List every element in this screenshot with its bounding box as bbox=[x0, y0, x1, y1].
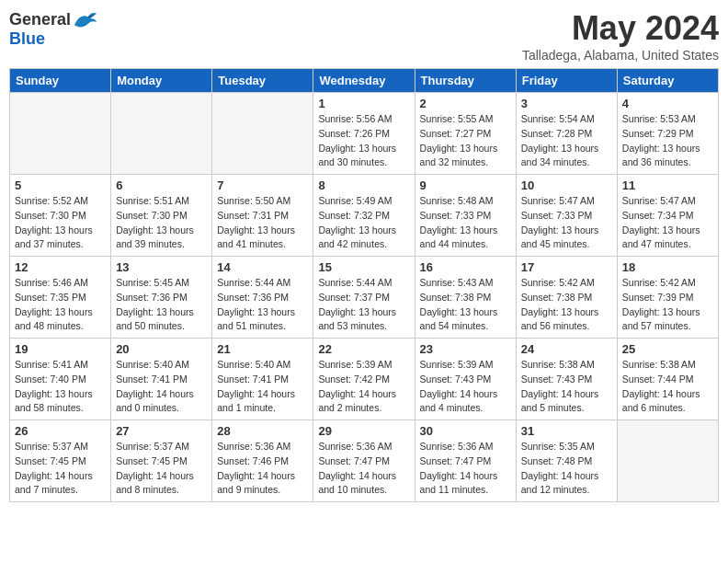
day-info: Sunrise: 5:49 AMSunset: 7:32 PMDaylight:… bbox=[318, 194, 409, 252]
day-number: 4 bbox=[622, 97, 713, 110]
calendar-cell: 4Sunrise: 5:53 AMSunset: 7:29 PMDaylight… bbox=[617, 93, 718, 175]
day-number: 29 bbox=[318, 424, 409, 438]
weekday-header-saturday: Saturday bbox=[617, 69, 718, 93]
day-number: 2 bbox=[420, 97, 511, 110]
day-info: Sunrise: 5:37 AMSunset: 7:45 PMDaylight:… bbox=[15, 440, 106, 498]
calendar-cell bbox=[10, 93, 111, 175]
day-number: 11 bbox=[622, 178, 713, 192]
day-number: 25 bbox=[622, 342, 713, 356]
calendar-cell: 2Sunrise: 5:55 AMSunset: 7:27 PMDaylight… bbox=[415, 93, 516, 175]
calendar-cell: 29Sunrise: 5:36 AMSunset: 7:47 PMDayligh… bbox=[313, 420, 415, 502]
day-info: Sunrise: 5:37 AMSunset: 7:45 PMDaylight:… bbox=[116, 440, 207, 498]
day-number: 14 bbox=[217, 260, 308, 274]
calendar-cell: 6Sunrise: 5:51 AMSunset: 7:30 PMDaylight… bbox=[111, 175, 212, 257]
day-info: Sunrise: 5:47 AMSunset: 7:33 PMDaylight:… bbox=[521, 194, 612, 252]
weekday-header-sunday: Sunday bbox=[10, 69, 111, 93]
day-number: 20 bbox=[116, 342, 207, 356]
day-number: 3 bbox=[521, 97, 612, 110]
calendar-cell: 13Sunrise: 5:45 AMSunset: 7:36 PMDayligh… bbox=[111, 257, 212, 339]
calendar-cell: 10Sunrise: 5:47 AMSunset: 7:33 PMDayligh… bbox=[516, 175, 617, 257]
weekday-header-friday: Friday bbox=[516, 69, 617, 93]
calendar-cell: 23Sunrise: 5:39 AMSunset: 7:43 PMDayligh… bbox=[415, 339, 516, 420]
day-number: 19 bbox=[15, 342, 106, 356]
calendar-cell: 15Sunrise: 5:44 AMSunset: 7:37 PMDayligh… bbox=[313, 257, 415, 339]
calendar-cell: 27Sunrise: 5:37 AMSunset: 7:45 PMDayligh… bbox=[111, 420, 212, 502]
logo-bird-icon bbox=[73, 9, 98, 29]
weekday-header-row: SundayMondayTuesdayWednesdayThursdayFrid… bbox=[10, 69, 719, 93]
calendar-subtitle: Talladega, Alabama, United States bbox=[522, 48, 719, 63]
day-number: 26 bbox=[15, 424, 106, 438]
weekday-header-thursday: Thursday bbox=[415, 69, 516, 93]
calendar-cell: 25Sunrise: 5:38 AMSunset: 7:44 PMDayligh… bbox=[617, 339, 718, 420]
day-number: 5 bbox=[15, 178, 106, 192]
calendar-cell: 30Sunrise: 5:36 AMSunset: 7:47 PMDayligh… bbox=[415, 420, 516, 502]
calendar-table: SundayMondayTuesdayWednesdayThursdayFrid… bbox=[9, 68, 719, 502]
day-info: Sunrise: 5:56 AMSunset: 7:26 PMDaylight:… bbox=[318, 112, 409, 170]
calendar-cell: 31Sunrise: 5:35 AMSunset: 7:48 PMDayligh… bbox=[516, 420, 617, 502]
calendar-cell: 21Sunrise: 5:40 AMSunset: 7:41 PMDayligh… bbox=[212, 339, 313, 420]
day-info: Sunrise: 5:39 AMSunset: 7:43 PMDaylight:… bbox=[420, 358, 511, 416]
day-info: Sunrise: 5:50 AMSunset: 7:31 PMDaylight:… bbox=[217, 194, 308, 252]
calendar-cell: 14Sunrise: 5:44 AMSunset: 7:36 PMDayligh… bbox=[212, 257, 313, 339]
weekday-header-monday: Monday bbox=[111, 69, 212, 93]
day-number: 7 bbox=[217, 178, 308, 192]
day-number: 17 bbox=[521, 260, 612, 274]
calendar-cell: 9Sunrise: 5:48 AMSunset: 7:33 PMDaylight… bbox=[415, 175, 516, 257]
day-number: 27 bbox=[116, 424, 207, 438]
calendar-cell: 7Sunrise: 5:50 AMSunset: 7:31 PMDaylight… bbox=[212, 175, 313, 257]
day-number: 31 bbox=[521, 424, 612, 438]
day-info: Sunrise: 5:40 AMSunset: 7:41 PMDaylight:… bbox=[217, 358, 308, 416]
day-info: Sunrise: 5:35 AMSunset: 7:48 PMDaylight:… bbox=[521, 440, 612, 498]
calendar-cell bbox=[212, 93, 313, 175]
calendar-cell: 12Sunrise: 5:46 AMSunset: 7:35 PMDayligh… bbox=[10, 257, 111, 339]
day-info: Sunrise: 5:53 AMSunset: 7:29 PMDaylight:… bbox=[622, 112, 713, 170]
day-info: Sunrise: 5:52 AMSunset: 7:30 PMDaylight:… bbox=[15, 194, 106, 252]
week-row-4: 19Sunrise: 5:41 AMSunset: 7:40 PMDayligh… bbox=[10, 339, 719, 420]
week-row-3: 12Sunrise: 5:46 AMSunset: 7:35 PMDayligh… bbox=[10, 257, 719, 339]
day-number: 13 bbox=[116, 260, 207, 274]
day-number: 12 bbox=[15, 260, 106, 274]
day-number: 10 bbox=[521, 178, 612, 192]
logo-blue: Blue bbox=[9, 29, 45, 48]
day-number: 28 bbox=[217, 424, 308, 438]
day-info: Sunrise: 5:39 AMSunset: 7:42 PMDaylight:… bbox=[318, 358, 409, 416]
day-number: 8 bbox=[318, 178, 409, 192]
weekday-header-tuesday: Tuesday bbox=[212, 69, 313, 93]
day-info: Sunrise: 5:54 AMSunset: 7:28 PMDaylight:… bbox=[521, 112, 612, 170]
day-number: 6 bbox=[116, 178, 207, 192]
day-number: 30 bbox=[420, 424, 511, 438]
day-info: Sunrise: 5:44 AMSunset: 7:36 PMDaylight:… bbox=[217, 276, 308, 334]
day-info: Sunrise: 5:55 AMSunset: 7:27 PMDaylight:… bbox=[420, 112, 511, 170]
week-row-2: 5Sunrise: 5:52 AMSunset: 7:30 PMDaylight… bbox=[10, 175, 719, 257]
day-info: Sunrise: 5:38 AMSunset: 7:43 PMDaylight:… bbox=[521, 358, 612, 416]
week-row-1: 1Sunrise: 5:56 AMSunset: 7:26 PMDaylight… bbox=[10, 93, 719, 175]
day-info: Sunrise: 5:43 AMSunset: 7:38 PMDaylight:… bbox=[420, 276, 511, 334]
calendar-cell: 8Sunrise: 5:49 AMSunset: 7:32 PMDaylight… bbox=[313, 175, 415, 257]
calendar-cell: 5Sunrise: 5:52 AMSunset: 7:30 PMDaylight… bbox=[10, 175, 111, 257]
day-info: Sunrise: 5:42 AMSunset: 7:38 PMDaylight:… bbox=[521, 276, 612, 334]
calendar-cell bbox=[617, 420, 718, 502]
day-info: Sunrise: 5:44 AMSunset: 7:37 PMDaylight:… bbox=[318, 276, 409, 334]
calendar-cell: 18Sunrise: 5:42 AMSunset: 7:39 PMDayligh… bbox=[617, 257, 718, 339]
day-info: Sunrise: 5:45 AMSunset: 7:36 PMDaylight:… bbox=[116, 276, 207, 334]
calendar-cell: 22Sunrise: 5:39 AMSunset: 7:42 PMDayligh… bbox=[313, 339, 415, 420]
calendar-cell: 16Sunrise: 5:43 AMSunset: 7:38 PMDayligh… bbox=[415, 257, 516, 339]
calendar-cell: 1Sunrise: 5:56 AMSunset: 7:26 PMDaylight… bbox=[313, 93, 415, 175]
calendar-cell: 19Sunrise: 5:41 AMSunset: 7:40 PMDayligh… bbox=[10, 339, 111, 420]
logo-general: General bbox=[9, 10, 71, 29]
day-info: Sunrise: 5:36 AMSunset: 7:47 PMDaylight:… bbox=[318, 440, 409, 498]
day-number: 23 bbox=[420, 342, 511, 356]
day-number: 16 bbox=[420, 260, 511, 274]
calendar-cell: 20Sunrise: 5:40 AMSunset: 7:41 PMDayligh… bbox=[111, 339, 212, 420]
day-info: Sunrise: 5:42 AMSunset: 7:39 PMDaylight:… bbox=[622, 276, 713, 334]
calendar-cell: 3Sunrise: 5:54 AMSunset: 7:28 PMDaylight… bbox=[516, 93, 617, 175]
header: General Blue May 2024 Talladega, Alabama… bbox=[9, 9, 719, 63]
day-info: Sunrise: 5:36 AMSunset: 7:47 PMDaylight:… bbox=[420, 440, 511, 498]
day-info: Sunrise: 5:47 AMSunset: 7:34 PMDaylight:… bbox=[622, 194, 713, 252]
day-number: 18 bbox=[622, 260, 713, 274]
day-number: 9 bbox=[420, 178, 511, 192]
weekday-header-wednesday: Wednesday bbox=[313, 69, 415, 93]
day-info: Sunrise: 5:51 AMSunset: 7:30 PMDaylight:… bbox=[116, 194, 207, 252]
day-info: Sunrise: 5:38 AMSunset: 7:44 PMDaylight:… bbox=[622, 358, 713, 416]
day-info: Sunrise: 5:41 AMSunset: 7:40 PMDaylight:… bbox=[15, 358, 106, 416]
